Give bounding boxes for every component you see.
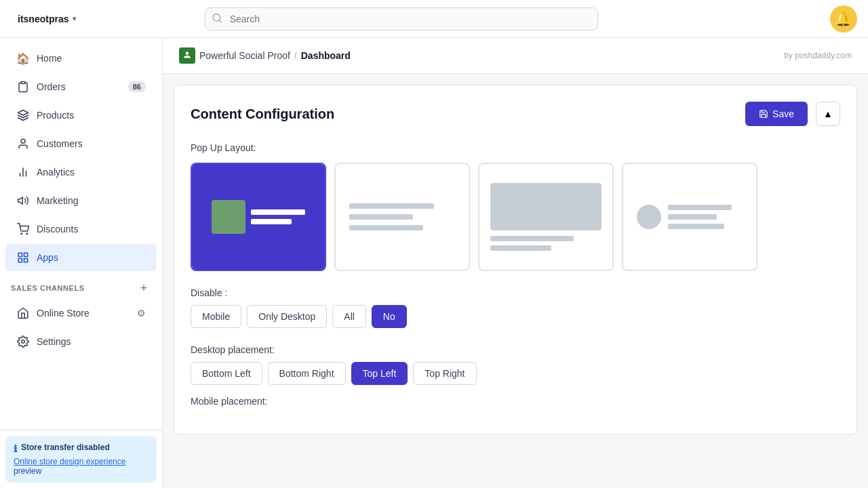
breadcrumb-bar: Powerful Social Proof / Dashboard by pus…	[163, 38, 868, 74]
sidebar-item-discounts[interactable]: Discounts	[5, 216, 157, 243]
discounts-icon	[16, 222, 30, 236]
topbar: itsneotpras ▾ 🔔	[0, 0, 868, 38]
sidebar-item-label: Settings	[37, 336, 146, 347]
online-store-icon	[16, 306, 30, 320]
layout-preview-3	[479, 172, 612, 262]
svg-point-10	[26, 233, 28, 235]
save-label: Save	[772, 108, 794, 119]
products-icon	[16, 108, 30, 122]
sidebar-nav: 🏠 Home Orders 86 Products C	[0, 38, 162, 430]
svg-rect-12	[24, 253, 28, 256]
layout-lines	[251, 209, 305, 224]
sidebar-item-orders[interactable]: Orders 86	[5, 73, 157, 100]
sales-channels-header: SALES CHANNELS +	[0, 272, 162, 298]
notification-button[interactable]: 🔔	[830, 5, 857, 33]
disable-btn-group: Mobile Only Desktop All No	[191, 305, 840, 328]
sidebar-item-label: Orders	[37, 81, 121, 92]
layout-card-2[interactable]	[334, 163, 470, 271]
layout-line	[668, 214, 717, 220]
orders-icon	[16, 80, 30, 94]
disable-no-button[interactable]: No	[372, 305, 407, 328]
sales-channels-label: SALES CHANNELS	[11, 284, 85, 292]
layout-preview-2	[336, 190, 469, 244]
sidebar-item-home[interactable]: 🏠 Home	[5, 45, 157, 72]
svg-point-4	[21, 139, 25, 143]
store-transfer-notice: ℹ Store transfer disabled Online store d…	[5, 436, 157, 483]
info-icon: ℹ	[14, 443, 17, 454]
breadcrumb-current: Dashboard	[301, 50, 351, 61]
svg-marker-8	[18, 197, 23, 205]
layout-card-4[interactable]	[622, 163, 757, 271]
disable-mobile-button[interactable]: Mobile	[191, 305, 241, 328]
placement-bottom-right-button[interactable]: Bottom Right	[268, 362, 346, 385]
analytics-icon	[16, 165, 30, 179]
sidebar-item-label: Apps	[37, 252, 146, 263]
layout-avatar-placeholder	[637, 205, 661, 229]
disable-all-button[interactable]: All	[332, 305, 366, 328]
svg-rect-14	[18, 259, 22, 262]
sidebar-item-settings[interactable]: Settings	[5, 328, 157, 355]
online-store-design-link[interactable]: Online store design experience	[14, 457, 125, 466]
collapse-button[interactable]: ▲	[816, 102, 840, 126]
layout-line	[668, 224, 724, 229]
sidebar-item-label: Products	[37, 110, 146, 121]
search-input[interactable]	[205, 7, 598, 30]
layout-line	[251, 209, 305, 215]
breadcrumb-by: by pushdaddy.com	[784, 51, 852, 60]
sidebar-item-apps[interactable]: Apps	[5, 244, 157, 271]
app-body: 🏠 Home Orders 86 Products C	[0, 38, 868, 488]
placement-top-left-button[interactable]: Top Left	[351, 362, 408, 385]
layout-line	[668, 205, 732, 210]
disable-label: Disable :	[191, 287, 840, 298]
popup-layout-label: Pop Up Layout:	[191, 142, 840, 153]
placement-bottom-left-button[interactable]: Bottom Left	[191, 362, 262, 385]
placement-top-right-button[interactable]: Top Right	[413, 362, 476, 385]
layout-line	[490, 245, 551, 251]
layout-card-1[interactable]	[191, 163, 326, 271]
layout-line	[349, 203, 434, 209]
store-name: itsneotpras	[18, 14, 68, 24]
sidebar-item-label: Online Store	[37, 308, 130, 319]
marketing-icon	[16, 194, 30, 207]
popup-layout-section: Pop Up Layout:	[191, 142, 840, 271]
search-bar	[205, 7, 598, 30]
layout-lines	[668, 205, 743, 229]
topbar-right: 🔔	[830, 5, 857, 33]
svg-point-15	[22, 340, 25, 344]
sidebar-item-label: Home	[37, 53, 146, 64]
content-configuration-card: Content Configuration Save ▲ Pop Up Layo…	[174, 85, 857, 434]
store-transfer-body: Online store design experience preview	[14, 457, 149, 476]
collapse-icon: ▲	[823, 108, 833, 119]
disable-section: Disable : Mobile Only Desktop All No	[191, 287, 840, 328]
layout-preview-4	[623, 191, 756, 243]
search-icon	[212, 12, 222, 25]
svg-line-1	[219, 20, 221, 22]
breadcrumb-separator: /	[294, 50, 297, 61]
apps-icon	[16, 251, 30, 264]
config-title: Content Configuration	[191, 106, 334, 122]
sidebar-item-customers[interactable]: Customers	[5, 130, 157, 157]
svg-point-9	[21, 233, 22, 235]
sidebar-item-marketing[interactable]: Marketing	[5, 187, 157, 214]
layout-preview-1	[192, 164, 325, 270]
layout-line	[490, 236, 574, 241]
desktop-placement-section: Desktop placement: Bottom Left Bottom Ri…	[191, 344, 840, 385]
online-store-settings-icon[interactable]: ⚙	[137, 308, 146, 319]
add-sales-channel-button[interactable]: +	[136, 281, 151, 296]
layout-card-3[interactable]	[478, 163, 614, 271]
sidebar-item-analytics[interactable]: Analytics	[5, 159, 157, 186]
sidebar-item-label: Analytics	[37, 167, 146, 178]
settings-icon	[16, 335, 30, 348]
layout-options	[191, 163, 840, 271]
sidebar-item-products[interactable]: Products	[5, 102, 157, 129]
sidebar-item-label: Discounts	[37, 224, 146, 235]
breadcrumb: Powerful Social Proof / Dashboard	[179, 47, 351, 64]
disable-only-desktop-button[interactable]: Only Desktop	[247, 305, 327, 328]
save-button[interactable]: Save	[745, 102, 808, 126]
layout-image-placeholder	[212, 200, 245, 234]
layout-image-placeholder	[490, 183, 601, 230]
layout-lines	[490, 236, 601, 251]
sidebar-item-online-store[interactable]: Online Store ⚙	[5, 300, 157, 327]
store-selector[interactable]: itsneotpras ▾	[11, 9, 83, 28]
breadcrumb-app-name: Powerful Social Proof	[199, 50, 290, 61]
